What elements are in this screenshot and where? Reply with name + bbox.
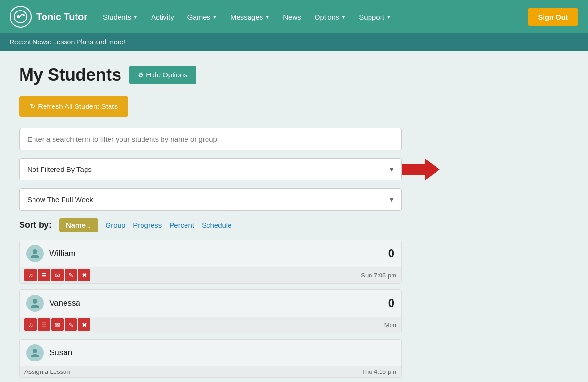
brand[interactable]: Tonic Tutor [10,6,87,28]
student-score: 0 [388,247,394,260]
nav-item-activity[interactable]: Activity [145,9,180,25]
sort-percent-link[interactable]: Percent [169,221,194,229]
svg-point-0 [14,11,27,23]
assign-lesson-row: Assign a Lesson Thu 4:15 pm [20,366,401,377]
message-icon[interactable]: ✉ [51,318,64,331]
svg-point-4 [33,249,37,254]
week-filter-container: Show The Full Week ▼ [19,188,402,211]
avatar [26,344,44,361]
sort-name-button[interactable]: Name ↓ [59,218,98,232]
sort-schedule-link[interactable]: Schedule [202,221,232,229]
tags-filter-select[interactable]: Not Filtered By Tags [19,158,402,180]
page-title: My Students [19,65,121,85]
svg-marker-3 [402,159,440,180]
nav-item-messages[interactable]: Messages ▼ [225,9,275,25]
nav-item-students[interactable]: Students ▼ [97,9,143,25]
avatar [26,245,44,262]
student-row: William 0 [20,240,401,267]
svg-point-6 [33,349,37,353]
nav-item-options[interactable]: Options ▼ [309,9,352,25]
timestamp: Sun 7:05 pm [361,272,396,279]
avatar [26,295,44,312]
red-arrow-annotation [402,159,440,180]
sort-progress-link[interactable]: Progress [133,221,162,229]
refresh-button[interactable]: ↻ Refresh All Student Stats [19,96,128,117]
timestamp: Mon [384,321,396,329]
brand-icon [10,6,32,28]
assign-lesson-label[interactable]: Assign a Lesson [24,368,70,375]
chevron-down-icon: ▼ [386,14,391,20]
action-icons: ♫ ☰ ✉ ✎ ✖ [24,269,90,281]
svg-point-2 [23,14,25,16]
student-list: William 0 ♫ ☰ ✉ ✎ ✖ Sun 7:05 pm [19,240,402,378]
delete-icon[interactable]: ✖ [78,318,90,331]
sort-bar: Sort by: Name ↓ Group Progress Percent S… [19,218,402,232]
navbar: Tonic Tutor Students ▼ Activity Games ▼ … [0,0,588,33]
edit-icon[interactable]: ✎ [65,269,77,281]
hide-options-button[interactable]: ⚙ Hide Options [129,66,196,84]
chevron-down-icon: ▼ [265,14,270,20]
action-icons: ♫ ☰ ✉ ✎ ✖ [24,318,90,331]
svg-point-1 [17,15,20,18]
student-row: Susan [20,340,401,366]
chevron-down-icon: ▼ [212,14,217,20]
student-actions-row: ♫ ☰ ✉ ✎ ✖ Mon [20,317,401,333]
music-icon[interactable]: ♫ [24,318,37,331]
news-bar: Recent News: Lesson Plans and more! [0,33,588,51]
main-content: My Students ⚙ Hide Options ↻ Refresh All… [0,51,588,382]
search-input[interactable] [19,128,402,150]
sort-group-link[interactable]: Group [106,221,126,229]
student-card-susan: Susan Assign a Lesson Thu 4:15 pm [19,339,402,378]
brand-name: Tonic Tutor [36,11,87,22]
student-name[interactable]: William [49,249,388,258]
tags-filter-container: Not Filtered By Tags ▼ [19,158,402,180]
delete-icon[interactable]: ✖ [78,269,90,281]
nav-item-games[interactable]: Games ▼ [182,9,223,25]
student-row: Vanessa 0 [20,290,401,317]
student-card-vanessa: Vanessa 0 ♫ ☰ ✉ ✎ ✖ Mon [19,289,402,333]
student-score: 0 [388,297,394,310]
nav-item-news[interactable]: News [277,9,307,25]
svg-point-5 [33,299,37,304]
student-card-william: William 0 ♫ ☰ ✉ ✎ ✖ Sun 7:05 pm [19,240,402,284]
message-icon[interactable]: ✉ [51,269,64,281]
list-icon[interactable]: ☰ [38,318,50,331]
sign-out-button[interactable]: Sign Out [528,8,579,26]
nav-item-support[interactable]: Support ▼ [353,9,396,25]
chevron-down-icon: ▼ [341,14,346,20]
week-filter-select[interactable]: Show The Full Week [19,188,402,211]
student-name[interactable]: Susan [49,348,394,358]
student-name[interactable]: Vanessa [49,298,388,308]
page-header: My Students ⚙ Hide Options [19,65,569,85]
timestamp: Thu 4:15 pm [361,368,396,375]
nav-items: Students ▼ Activity Games ▼ Messages ▼ N… [97,9,527,25]
edit-icon[interactable]: ✎ [65,318,77,331]
music-icon[interactable]: ♫ [24,269,37,281]
list-icon[interactable]: ☰ [38,269,50,281]
sort-label: Sort by: [19,220,52,230]
chevron-down-icon: ▼ [133,14,138,20]
student-actions-row: ♫ ☰ ✉ ✎ ✖ Sun 7:05 pm [20,267,401,283]
